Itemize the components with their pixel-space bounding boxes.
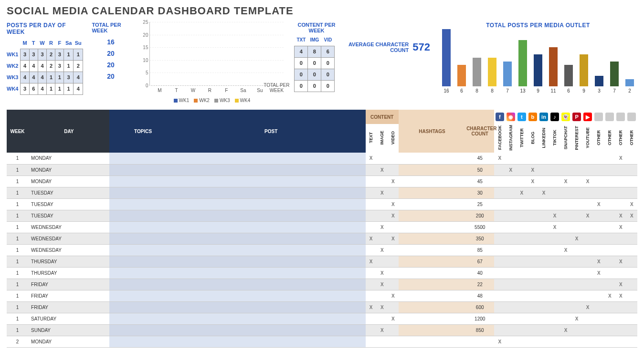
cell-outlet[interactable]: [604, 336, 615, 347]
cell-day[interactable]: MONDAY: [28, 176, 109, 187]
cell-week[interactable]: 1: [7, 210, 28, 221]
cpw-cell[interactable]: 0: [295, 57, 308, 69]
cell-outlet[interactable]: [615, 164, 626, 176]
cell-outlet[interactable]: [527, 244, 538, 256]
cell-outlet[interactable]: [505, 233, 516, 244]
cell-image[interactable]: X: [377, 324, 388, 336]
cell-image[interactable]: X: [377, 164, 388, 176]
cell-outlet[interactable]: [582, 153, 593, 164]
cell-image[interactable]: [377, 336, 388, 347]
cell-outlet[interactable]: [582, 256, 593, 267]
cell-topics[interactable]: [109, 176, 176, 187]
cell-outlet[interactable]: X: [615, 210, 626, 221]
cell-outlet[interactable]: [527, 336, 538, 347]
cell-day[interactable]: FRIDAY: [28, 279, 109, 290]
cell-outlet[interactable]: [538, 256, 549, 267]
cell-charcount[interactable]: 45: [465, 153, 494, 164]
cell-outlet[interactable]: [505, 256, 516, 267]
cell-outlet[interactable]: [527, 256, 538, 267]
cell-video[interactable]: X: [388, 176, 399, 187]
cell-outlet[interactable]: X: [560, 176, 571, 187]
cell-outlet[interactable]: [582, 244, 593, 256]
cell-text[interactable]: [366, 198, 377, 210]
cell-video[interactable]: [388, 221, 399, 233]
cell-video[interactable]: [388, 153, 399, 164]
cell-text[interactable]: X: [366, 153, 377, 164]
cell-outlet[interactable]: [527, 210, 538, 221]
cell-outlet[interactable]: [626, 164, 637, 176]
cell-hashtags[interactable]: [399, 233, 465, 244]
cell-outlet[interactable]: [549, 267, 560, 279]
cell-week[interactable]: 1: [7, 198, 28, 210]
cell-charcount[interactable]: 85: [465, 244, 494, 256]
cell-post[interactable]: [177, 187, 366, 198]
ppd-cell[interactable]: 1: [64, 83, 74, 94]
cell-week[interactable]: 1: [7, 233, 28, 244]
cell-text[interactable]: X: [366, 301, 377, 313]
cell-week[interactable]: 1: [7, 290, 28, 301]
cell-outlet[interactable]: [604, 313, 615, 324]
cell-outlet[interactable]: [615, 187, 626, 198]
ppd-cell[interactable]: 4: [38, 83, 47, 94]
cell-outlet[interactable]: [527, 324, 538, 336]
cell-post[interactable]: [177, 176, 366, 187]
cell-hashtags[interactable]: [399, 256, 465, 267]
cell-outlet[interactable]: [604, 187, 615, 198]
cell-hashtags[interactable]: [399, 324, 465, 336]
cell-topics[interactable]: [109, 313, 176, 324]
cell-hashtags[interactable]: [399, 313, 465, 324]
cell-hashtags[interactable]: [399, 198, 465, 210]
cell-text[interactable]: [366, 187, 377, 198]
cell-topics[interactable]: [109, 198, 176, 210]
cell-outlet[interactable]: [593, 279, 604, 290]
cell-outlet[interactable]: [549, 290, 560, 301]
cell-topics[interactable]: [109, 187, 176, 198]
cell-image[interactable]: X: [377, 244, 388, 256]
cell-outlet[interactable]: [549, 176, 560, 187]
cell-outlet[interactable]: [626, 256, 637, 267]
cell-outlet[interactable]: [538, 210, 549, 221]
cell-video[interactable]: [388, 301, 399, 313]
cell-image[interactable]: X: [377, 221, 388, 233]
cell-text[interactable]: X: [366, 256, 377, 267]
cell-week[interactable]: 1: [7, 256, 28, 267]
cell-charcount[interactable]: 48: [465, 290, 494, 301]
cell-hashtags[interactable]: [399, 187, 465, 198]
cell-day[interactable]: THURSDAY: [28, 256, 109, 267]
cell-outlet[interactable]: [549, 279, 560, 290]
cell-post[interactable]: [177, 324, 366, 336]
cell-outlet[interactable]: [615, 313, 626, 324]
cell-outlet[interactable]: [626, 279, 637, 290]
cell-outlet[interactable]: [494, 279, 505, 290]
cell-charcount[interactable]: 850: [465, 324, 494, 336]
cell-outlet[interactable]: [538, 313, 549, 324]
cell-text[interactable]: [366, 176, 377, 187]
cell-outlet[interactable]: [593, 153, 604, 164]
cell-outlet[interactable]: [549, 198, 560, 210]
cell-outlet[interactable]: [527, 233, 538, 244]
cell-week[interactable]: 1: [7, 164, 28, 176]
cell-outlet[interactable]: [571, 221, 582, 233]
cell-post[interactable]: [177, 279, 366, 290]
cell-outlet[interactable]: [494, 164, 505, 176]
cell-outlet[interactable]: [527, 198, 538, 210]
cell-day[interactable]: TUESDAY: [28, 187, 109, 198]
cell-text[interactable]: [366, 267, 377, 279]
cell-outlet[interactable]: [571, 176, 582, 187]
cell-outlet[interactable]: [494, 187, 505, 198]
cell-outlet[interactable]: [571, 244, 582, 256]
cell-outlet[interactable]: [571, 324, 582, 336]
cell-outlet[interactable]: [505, 187, 516, 198]
cell-outlet[interactable]: [505, 301, 516, 313]
cpw-cell[interactable]: 4: [295, 46, 308, 57]
cell-outlet[interactable]: [538, 176, 549, 187]
cell-outlet[interactable]: X: [615, 221, 626, 233]
cell-outlet[interactable]: [549, 256, 560, 267]
cell-outlet[interactable]: X: [615, 153, 626, 164]
ppd-cell[interactable]: 1: [47, 72, 55, 83]
cell-image[interactable]: [377, 313, 388, 324]
cell-outlet[interactable]: [593, 324, 604, 336]
cell-outlet[interactable]: [505, 210, 516, 221]
cell-outlet[interactable]: [626, 153, 637, 164]
cell-topics[interactable]: [109, 290, 176, 301]
